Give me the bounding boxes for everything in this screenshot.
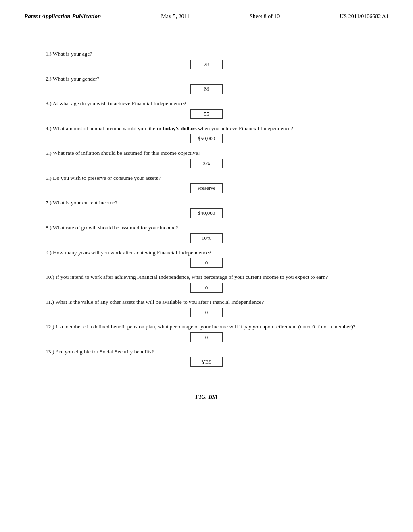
answer-box-11[interactable]: 0 xyxy=(190,308,223,317)
question-text-3: 3.) At what age do you wish to achieve F… xyxy=(46,100,367,108)
form-container: 1.) What is your age? 28 2.) What is you… xyxy=(33,40,380,382)
answer-box-3[interactable]: 55 xyxy=(190,109,223,119)
sheet-info: Sheet 8 of 10 xyxy=(250,13,280,20)
answer-wrapper-6: Preserve xyxy=(46,183,367,193)
publication-date: May 5, 2011 xyxy=(161,13,190,20)
answer-wrapper-13: YES xyxy=(46,357,367,367)
question-block-4: 4.) What amount of annual income would y… xyxy=(46,125,367,144)
answer-wrapper-1: 28 xyxy=(46,60,367,69)
question-text-5: 5.) What rate of inflation should be ass… xyxy=(46,149,367,157)
answer-box-5[interactable]: 3% xyxy=(190,159,223,168)
figure-caption: FIG. 10A xyxy=(24,394,389,400)
question-text-8: 8.) What rate of growth should be assume… xyxy=(46,224,367,232)
question-block-11: 11.) What is the value of any other asse… xyxy=(46,298,367,318)
answer-wrapper-5: 3% xyxy=(46,159,367,168)
answer-wrapper-2: M xyxy=(46,84,367,94)
question-block-9: 9.) How many years will you work after a… xyxy=(46,249,367,268)
question-text-11: 11.) What is the value of any other asse… xyxy=(46,298,367,306)
question-block-6: 6.) Do you wish to preserve or consume y… xyxy=(46,174,367,193)
answer-box-2[interactable]: M xyxy=(190,84,223,94)
answer-box-9[interactable]: 0 xyxy=(190,258,223,268)
main-content: 1.) What is your age? 28 2.) What is you… xyxy=(0,28,413,416)
question-text-2: 2.) What is your gender? xyxy=(46,75,367,83)
question-block-2: 2.) What is your gender? M xyxy=(46,75,367,94)
q4-text-before: 4.) What amount of annual income would y… xyxy=(46,125,157,131)
question-text-10: 10.) If you intend to work after achievi… xyxy=(46,273,367,281)
question-block-3: 3.) At what age do you wish to achieve F… xyxy=(46,100,367,119)
question-block-10: 10.) If you intend to work after achievi… xyxy=(46,273,367,293)
question-text-4: 4.) What amount of annual income would y… xyxy=(46,125,367,133)
answer-box-7[interactable]: $40,000 xyxy=(190,208,223,218)
answer-wrapper-9: 0 xyxy=(46,258,367,268)
answer-box-6[interactable]: Preserve xyxy=(190,183,223,193)
answer-box-13[interactable]: YES xyxy=(190,357,223,367)
question-text-1: 1.) What is your age? xyxy=(46,50,367,58)
question-text-7: 7.) What is your current income? xyxy=(46,199,367,207)
answer-wrapper-10: 0 xyxy=(46,283,367,293)
q4-bold: in today's dollars xyxy=(157,125,197,131)
question-block-12: 12.) If a member of a defined benefit pe… xyxy=(46,323,367,342)
question-block-5: 5.) What rate of inflation should be ass… xyxy=(46,149,367,168)
question-block-8: 8.) What rate of growth should be assume… xyxy=(46,224,367,243)
question-block-1: 1.) What is your age? 28 xyxy=(46,50,367,69)
page: Patent Application Publication May 5, 20… xyxy=(0,0,413,532)
answer-wrapper-8: 10% xyxy=(46,233,367,243)
answer-wrapper-3: 55 xyxy=(46,109,367,119)
answer-box-1[interactable]: 28 xyxy=(190,60,223,69)
answer-box-4[interactable]: $50,000 xyxy=(190,134,223,143)
question-block-7: 7.) What is your current income? $40,000 xyxy=(46,199,367,218)
q4-text-after: when you achieve Financial Independence? xyxy=(197,125,293,131)
answer-wrapper-4: $50,000 xyxy=(46,134,367,143)
question-text-13: 13.) Are you eligible for Social Securit… xyxy=(46,348,367,356)
patent-number: US 2011/0106682 A1 xyxy=(340,13,389,20)
page-header: Patent Application Publication May 5, 20… xyxy=(0,0,413,28)
answer-box-12[interactable]: 0 xyxy=(190,332,223,342)
question-text-9: 9.) How many years will you work after a… xyxy=(46,249,367,257)
answer-wrapper-11: 0 xyxy=(46,308,367,317)
answer-box-10[interactable]: 0 xyxy=(190,283,223,293)
answer-wrapper-12: 0 xyxy=(46,332,367,342)
answer-box-8[interactable]: 10% xyxy=(190,233,223,243)
question-block-13: 13.) Are you eligible for Social Securit… xyxy=(46,348,367,367)
publication-title: Patent Application Publication xyxy=(24,13,101,20)
question-text-12: 12.) If a member of a defined benefit pe… xyxy=(46,323,367,331)
question-text-6: 6.) Do you wish to preserve or consume y… xyxy=(46,174,367,182)
answer-wrapper-7: $40,000 xyxy=(46,208,367,218)
